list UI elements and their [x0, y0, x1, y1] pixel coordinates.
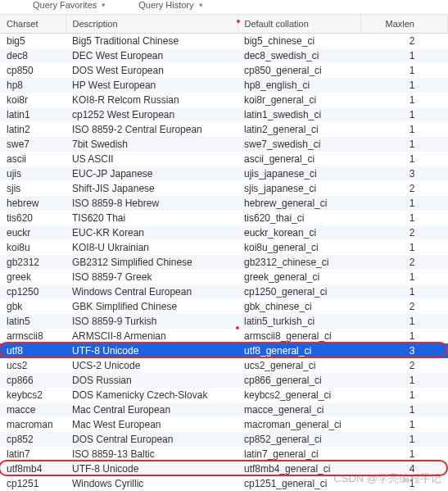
table-row[interactable]: ujisEUC-JP Japaneseujis_japanese_ci3	[0, 166, 448, 181]
cell-charset: cp866	[0, 373, 66, 388]
cell-collation: cp866_general_ci	[238, 373, 360, 388]
cell-collation: gb2312_chinese_ci	[238, 255, 360, 270]
table-row[interactable]: euckrEUC-KR Koreaneuckr_korean_ci2	[0, 225, 448, 240]
table-row[interactable]: hebrewISO 8859-8 Hebrewhebrew_general_ci…	[0, 196, 448, 211]
cell-description: ISO 8859-7 Greek	[66, 270, 238, 284]
table-row[interactable]: cp852DOS Central Europeancp852_general_c…	[0, 432, 448, 447]
col-maxlen[interactable]: Maxlen	[360, 15, 448, 34]
table-row[interactable]: koi8rKOI8-R Relcom Russiankoi8r_general_…	[0, 93, 448, 107]
cell-charset: swe7	[0, 137, 66, 152]
cell-collation: cp1251_general_ci	[238, 476, 360, 491]
cell-maxlen: 3	[360, 343, 448, 358]
cell-collation: gbk_chinese_ci	[238, 299, 360, 314]
cell-maxlen: 2	[360, 34, 448, 49]
table-row[interactable]: keybcs2DOS Kamenicky Czech-Slovakkeybcs2…	[0, 388, 448, 402]
table-row[interactable]: latin7ISO 8859-13 Balticlatin7_general_c…	[0, 447, 448, 461]
cell-charset: cp1250	[0, 284, 66, 299]
cell-description: Mac West European	[66, 417, 238, 432]
cell-maxlen: 1	[360, 48, 448, 63]
cell-collation: sjis_japanese_ci	[238, 181, 360, 196]
cell-charset: ujis	[0, 166, 66, 181]
cell-charset: latin1	[0, 107, 66, 122]
cell-description: Windows Central European	[66, 284, 238, 299]
cell-collation: macroman_general_ci	[238, 417, 360, 432]
table-row[interactable]: gbkGBK Simplified Chinesegbk_chinese_ci2	[0, 299, 448, 314]
tab-query-history[interactable]: Query History ▾	[138, 0, 202, 10]
cell-charset: koi8u	[0, 240, 66, 255]
table-row[interactable]: ucs2UCS-2 Unicodeucs2_general_ci2	[0, 358, 448, 373]
table-row[interactable]: cp1251Windows Cyrilliccp1251_general_ci1	[0, 476, 448, 491]
cell-charset: koi8r	[0, 93, 66, 107]
cell-maxlen: 4	[360, 461, 448, 476]
cell-maxlen: 1	[360, 93, 448, 107]
table-row[interactable]: cp866DOS Russiancp866_general_ci1	[0, 373, 448, 388]
tab-query-favorites[interactable]: Query Favorites ▾	[33, 0, 106, 10]
col-collation[interactable]: Default collation	[238, 15, 360, 34]
cell-description: Windows Cyrillic	[66, 476, 238, 491]
cell-charset: greek	[0, 270, 66, 284]
cell-description: UTF-8 Unicode	[66, 343, 238, 358]
cell-charset: gb2312	[0, 255, 66, 270]
cell-maxlen: 1	[360, 78, 448, 93]
cell-maxlen: 2	[360, 255, 448, 270]
table-row[interactable]: latin1cp1252 West Europeanlatin1_swedish…	[0, 107, 448, 122]
cell-description: Mac Central European	[66, 402, 238, 417]
cell-maxlen: 1	[360, 137, 448, 152]
cell-maxlen: 1	[360, 314, 448, 329]
cell-maxlen: 1	[360, 122, 448, 137]
cell-collation: keybcs2_general_ci	[238, 388, 360, 402]
cell-charset: ascii	[0, 152, 66, 166]
table-row[interactable]: greekISO 8859-7 Greekgreek_general_ci1	[0, 270, 448, 284]
cell-description: DOS Central European	[66, 432, 238, 447]
table-row[interactable]: cp1250Windows Central Europeancp1250_gen…	[0, 284, 448, 299]
table-row[interactable]: cp850DOS West Europeancp850_general_ci1	[0, 63, 448, 78]
cell-collation: koi8r_general_ci	[238, 93, 360, 107]
charset-table: Charset Description Default collation Ma…	[0, 15, 448, 491]
cell-collation: latin1_swedish_ci	[238, 107, 360, 122]
cell-description: ISO 8859-8 Hebrew	[66, 196, 238, 211]
table-row[interactable]: dec8DEC West Europeandec8_swedish_ci1	[0, 48, 448, 63]
table-row[interactable]: macromanMac West Europeanmacroman_genera…	[0, 417, 448, 432]
cell-maxlen: 1	[360, 447, 448, 461]
cell-collation: cp1250_general_ci	[238, 284, 360, 299]
table-row[interactable]: sjisShift-JIS Japanesesjis_japanese_ci2	[0, 181, 448, 196]
table-row[interactable]: asciiUS ASCIIascii_general_ci1	[0, 152, 448, 166]
table-row[interactable]: utf8mb4UTF-8 Unicodeutf8mb4_general_ci4	[0, 461, 448, 476]
cell-charset: tis620	[0, 211, 66, 225]
tab-label: Query Favorites	[33, 0, 97, 10]
cell-charset: cp1251	[0, 476, 66, 491]
cell-collation: tis620_thai_ci	[238, 211, 360, 225]
table-row[interactable]: swe77bit Swedishswe7_swedish_ci1	[0, 137, 448, 152]
cell-charset: euckr	[0, 225, 66, 240]
table-row[interactable]: koi8uKOI8-U Ukrainiankoi8u_general_ci1	[0, 240, 448, 255]
cell-maxlen: 1	[360, 63, 448, 78]
cell-description: US ASCII	[66, 152, 238, 166]
query-tabs: Query Favorites ▾ Query History ▾	[0, 0, 448, 15]
cell-maxlen: 1	[360, 373, 448, 388]
cell-maxlen: 1	[360, 417, 448, 432]
cell-collation: dec8_swedish_ci	[238, 48, 360, 63]
cell-maxlen: 1	[360, 329, 448, 343]
cell-maxlen: 1	[360, 402, 448, 417]
cell-collation: utf8mb4_general_ci	[238, 461, 360, 476]
cell-collation: macce_general_ci	[238, 402, 360, 417]
table-row[interactable]: hp8HP West Europeanhp8_english_ci1	[0, 78, 448, 93]
table-row[interactable]: gb2312GB2312 Simplified Chinesegb2312_ch…	[0, 255, 448, 270]
cell-description: ISO 8859-13 Baltic	[66, 447, 238, 461]
cell-maxlen: 2	[360, 225, 448, 240]
table-row[interactable]: latin2ISO 8859-2 Central Europeanlatin2_…	[0, 122, 448, 137]
table-row[interactable]: macceMac Central Europeanmacce_general_c…	[0, 402, 448, 417]
table-row[interactable]: utf8UTF-8 Unicodeutf8_general_ci3	[0, 343, 448, 358]
table-row[interactable]: tis620TIS620 Thaitis620_thai_ci1	[0, 211, 448, 225]
cell-maxlen: 2	[360, 358, 448, 373]
cell-maxlen: 2	[360, 181, 448, 196]
col-charset[interactable]: Charset	[0, 15, 66, 34]
cell-collation: big5_chinese_ci	[238, 34, 360, 49]
cell-collation: cp852_general_ci	[238, 432, 360, 447]
cell-charset: latin7	[0, 447, 66, 461]
table-row[interactable]: big5Big5 Traditional Chinesebig5_chinese…	[0, 34, 448, 49]
table-row[interactable]: armscii8ARMSCII-8 Armenianarmscii8_gener…	[0, 329, 448, 343]
table-row[interactable]: latin5ISO 8859-9 Turkishlatin5_turkish_c…	[0, 314, 448, 329]
cell-charset: big5	[0, 34, 66, 49]
col-description[interactable]: Description	[66, 15, 238, 34]
